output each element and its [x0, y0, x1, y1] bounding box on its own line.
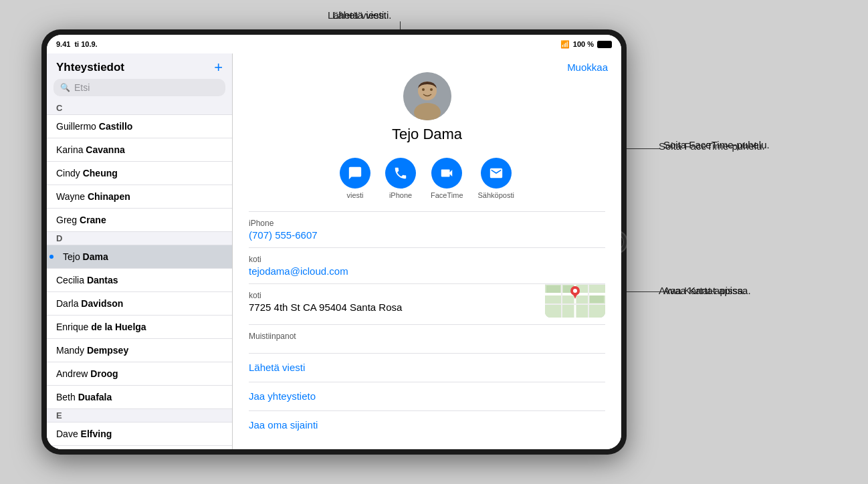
phone-value[interactable]: (707) 555-6607 [249, 229, 605, 241]
selection-dot [49, 255, 53, 259]
share-contact-link[interactable]: Jaa yhteystieto [249, 382, 605, 410]
contact-list: C Guillermo Castillo Karina Cavanna Cind… [47, 102, 232, 449]
svg-point-17 [573, 289, 577, 293]
detail-pane: Muokkaa [233, 53, 621, 449]
edit-button[interactable]: Muokkaa [567, 62, 608, 73]
svg-rect-12 [546, 285, 560, 293]
add-contact-button[interactable]: + [214, 60, 223, 75]
scene: Lähetä viesti. Soita FaceTime-puhelu. Av… [0, 0, 868, 484]
notes-label: Muistiinpanot [249, 332, 605, 341]
search-bar[interactable]: 🔍 Etsi [53, 79, 225, 96]
list-item[interactable]: Cindy Cheung [47, 162, 232, 185]
svg-point-4 [430, 88, 433, 91]
email-action[interactable]: Sähköposti [478, 158, 514, 199]
battery-level: 100 % [573, 40, 594, 48]
list-item[interactable]: Darla Davidson [47, 292, 232, 316]
info-section: iPhone (707) 555-6607 koti tejodama@iclo… [249, 211, 605, 324]
email-value[interactable]: tejodama@icloud.com [249, 265, 605, 277]
facetime-action[interactable]: FaceTime [431, 158, 463, 199]
ipad-device: 9.41 ti 10.9. 📶 100 % Yhteystiedot [41, 29, 627, 455]
status-time: 9.41 [56, 40, 70, 48]
list-item[interactable]: Dave Elfving [47, 422, 232, 446]
phone-icon [385, 158, 416, 189]
map-thumbnail[interactable] [545, 283, 605, 318]
phone-action[interactable]: iPhone [385, 158, 416, 199]
links-section: Lähetä viesti Jaa yhteystieto Jaa oma si… [249, 353, 605, 439]
contact-name: Tejo Dama [392, 126, 462, 143]
message-action-label: viesti [347, 191, 364, 199]
list-item[interactable]: Greg Crane [47, 209, 232, 232]
annotation-text-soita: Soita FaceTime-puhelu. [663, 139, 770, 150]
status-bar: 9.41 ti 10.9. 📶 100 % [47, 35, 621, 53]
list-item[interactable]: Karina Cavanna [47, 138, 232, 162]
message-icon [340, 158, 370, 189]
email-info-row: koti tejodama@icloud.com [249, 247, 605, 283]
notes-section: Muistiinpanot [249, 324, 605, 349]
wifi-icon: 📶 [560, 40, 570, 49]
annotation-text-laheta: Lähetä viesti. [332, 9, 391, 21]
share-location-link[interactable]: Jaa oma sijainti [249, 410, 605, 439]
sidebar-title: Yhteystiedot [56, 61, 124, 74]
list-item[interactable]: Guillermo Castillo [47, 115, 232, 138]
avatar-image [403, 72, 451, 120]
message-action[interactable]: viesti [340, 158, 370, 199]
list-item[interactable]: Andrew Droog [47, 362, 232, 386]
address-info-row: koti 7725 4th St CA 95404 Santa Rosa [249, 283, 605, 324]
phone-info-row: iPhone (707) 555-6607 [249, 211, 605, 247]
sidebar-header: Yhteystiedot + [47, 53, 232, 79]
annotation-text-kartat: Avaa Kartat-apissa. [663, 285, 751, 296]
status-left: 9.41 ti 10.9. [56, 40, 98, 48]
facetime-icon [431, 158, 462, 189]
map-image [545, 283, 605, 318]
email-icon [481, 158, 512, 189]
svg-rect-14 [590, 295, 604, 303]
email-action-label: Sähköposti [478, 191, 514, 199]
action-buttons: viesti iPhone [249, 155, 605, 211]
svg-point-3 [422, 88, 425, 91]
selected-contact-tejo-dama[interactable]: Tejo Dama [47, 245, 232, 269]
phone-label: iPhone [249, 219, 605, 228]
search-icon: 🔍 [60, 83, 70, 92]
send-message-link[interactable]: Lähetä viesti [249, 353, 605, 382]
list-item[interactable]: Mandy Dempsey [47, 339, 232, 362]
section-header-d: D [47, 232, 232, 245]
ipad-screen: 9.41 ti 10.9. 📶 100 % Yhteystiedot [47, 35, 621, 449]
list-item[interactable]: Beth Duafala [47, 386, 232, 409]
avatar [403, 72, 451, 120]
search-placeholder: Etsi [74, 82, 90, 93]
section-header-e: E [47, 409, 232, 422]
contact-header: Tejo Dama [249, 64, 605, 155]
battery-icon [597, 41, 612, 48]
email-label: koti [249, 255, 605, 264]
facetime-action-label: FaceTime [431, 191, 463, 199]
list-item[interactable]: Wayne Chinapen [47, 185, 232, 209]
main-area: Yhteystiedot + 🔍 Etsi C Guillermo Castil… [47, 53, 621, 449]
sidebar: Yhteystiedot + 🔍 Etsi C Guillermo Castil… [47, 53, 233, 449]
phone-action-label: iPhone [389, 191, 412, 199]
section-header-c: C [47, 102, 232, 115]
list-item[interactable]: Enrique de la Huelga [47, 316, 232, 339]
list-item[interactable]: Cecilia Dantas [47, 269, 232, 292]
status-date: ti 10.9. [74, 40, 97, 48]
list-item[interactable]: Jocelyn Engstrom [47, 446, 232, 449]
status-right: 📶 100 % [560, 40, 612, 49]
